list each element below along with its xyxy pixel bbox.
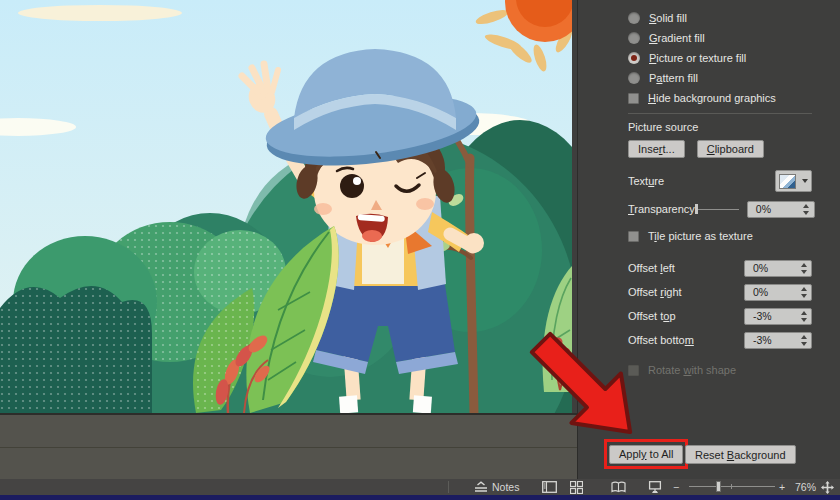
texture-dropdown[interactable] [775, 170, 812, 192]
spinner-value[interactable]: 0% [745, 262, 796, 274]
offset-bottom-label: Offset bottom [628, 334, 744, 346]
spinner-up-icon[interactable] [801, 263, 807, 267]
zoom-level-value: 76% [795, 481, 816, 493]
offset-right-spinner[interactable]: 0% [744, 284, 812, 301]
spinner-down-icon[interactable] [801, 318, 807, 322]
zoom-slider-thumb[interactable] [716, 481, 721, 492]
offset-top-row: Offset top -3% [628, 304, 812, 328]
spinner-value[interactable]: -3% [745, 334, 796, 346]
spinner-up-icon[interactable] [801, 311, 807, 315]
offset-top-label: Offset top [628, 310, 744, 322]
checkbox-tile-picture-as-texture[interactable]: Tile picture as texture [628, 226, 812, 246]
slideshow-button[interactable] [648, 479, 662, 495]
spinner-up-icon[interactable] [803, 204, 809, 208]
reset-background-button[interactable]: Reset Background [685, 445, 796, 464]
texture-label: Texture [628, 175, 775, 187]
slide-sorter-icon [570, 481, 583, 494]
checkbox-rotate-with-shape: Rotate with shape [628, 360, 812, 380]
radio-selected-icon[interactable] [628, 52, 640, 64]
radio-label: Gradient fill [649, 32, 705, 44]
offset-bottom-spinner[interactable]: -3% [744, 332, 812, 349]
offset-left-label: Offset left [628, 262, 744, 274]
insert-button[interactable]: Insert... [628, 140, 685, 158]
spinner-up-icon[interactable] [801, 335, 807, 339]
zoom-in-button[interactable]: + [779, 479, 785, 495]
notes-icon [474, 481, 488, 493]
transparency-spinner[interactable]: 0% [747, 201, 815, 218]
checkbox-icon [628, 365, 639, 376]
apply-to-all-button[interactable]: Apply to All [609, 445, 683, 464]
clipboard-button[interactable]: Clipboard [697, 140, 764, 158]
checkbox-label: Hide background graphics [648, 92, 776, 104]
fit-to-window-button[interactable] [821, 479, 834, 495]
checkbox-label: Tile picture as texture [648, 230, 753, 242]
slider-track[interactable] [695, 209, 739, 210]
slider-thumb[interactable] [695, 204, 698, 214]
checkbox-icon[interactable] [628, 93, 639, 104]
spinner-value[interactable]: 0% [745, 286, 796, 298]
radio-icon[interactable] [628, 72, 640, 84]
transparency-label: Transparency [628, 203, 695, 215]
slide-illustration [0, 0, 572, 413]
reading-view-icon [611, 481, 626, 493]
workspace-below-slide [0, 413, 577, 479]
offset-left-spinner[interactable]: 0% [744, 260, 812, 277]
slideshow-icon [648, 481, 662, 494]
workspace-divider [0, 447, 577, 448]
normal-view-icon [542, 481, 557, 493]
picture-source-label: Picture source [628, 121, 812, 133]
slide-canvas[interactable] [0, 0, 572, 413]
powerpoint-window: Solid fill Gradient fill Picture or text… [0, 0, 840, 500]
section-divider [628, 113, 812, 114]
checkbox-label: Rotate with shape [648, 364, 736, 376]
zoom-out-icon: − [673, 481, 679, 493]
texture-row: Texture [628, 169, 812, 193]
apply-to-all-highlight: Apply to All [604, 439, 688, 469]
offset-bottom-row: Offset bottom -3% [628, 328, 812, 352]
radio-pattern-fill[interactable]: Pattern fill [628, 68, 812, 88]
spinner-value[interactable]: 0% [748, 203, 799, 215]
format-background-panel: Solid fill Gradient fill Picture or text… [578, 0, 840, 479]
offset-top-spinner[interactable]: -3% [744, 308, 812, 325]
offset-right-row: Offset right 0% [628, 280, 812, 304]
chevron-down-icon [802, 179, 808, 183]
zoom-out-button[interactable]: − [673, 479, 679, 495]
spinner-down-icon[interactable] [801, 270, 807, 274]
checkbox-icon[interactable] [628, 231, 639, 242]
taskbar-edge [0, 495, 840, 500]
radio-label: Pattern fill [649, 72, 698, 84]
status-bar: Notes [0, 479, 840, 495]
offset-left-row: Offset left 0% [628, 256, 812, 280]
checkbox-hide-background-graphics[interactable]: Hide background graphics [628, 88, 812, 108]
slide-sorter-button[interactable] [570, 479, 583, 495]
spinner-down-icon[interactable] [803, 211, 809, 215]
zoom-in-icon: + [779, 481, 785, 493]
spinner-value[interactable]: -3% [745, 310, 796, 322]
transparency-slider[interactable] [695, 203, 739, 215]
radio-picture-or-texture-fill[interactable]: Picture or texture fill [628, 48, 812, 68]
radio-label: Solid fill [649, 12, 687, 24]
notes-toggle[interactable]: Notes [474, 479, 519, 495]
zoom-level-button[interactable]: 76% [795, 479, 816, 495]
zoom-slider-center-tick [731, 484, 732, 489]
spinner-down-icon[interactable] [801, 342, 807, 346]
offset-right-label: Offset right [628, 286, 744, 298]
radio-icon[interactable] [628, 32, 640, 44]
fit-to-window-icon [821, 481, 834, 494]
spinner-down-icon[interactable] [801, 294, 807, 298]
spinner-up-icon[interactable] [801, 287, 807, 291]
zoom-slider-track[interactable] [689, 486, 775, 487]
radio-solid-fill[interactable]: Solid fill [628, 8, 812, 28]
radio-icon[interactable] [628, 12, 640, 24]
normal-view-button[interactable] [542, 479, 557, 495]
radio-gradient-fill[interactable]: Gradient fill [628, 28, 812, 48]
texture-thumbnail [779, 174, 796, 189]
transparency-row: Transparency 0% [628, 199, 812, 219]
status-divider [448, 481, 449, 493]
notes-label: Notes [492, 481, 519, 493]
radio-label: Picture or texture fill [649, 52, 746, 64]
reading-view-button[interactable] [611, 479, 626, 495]
